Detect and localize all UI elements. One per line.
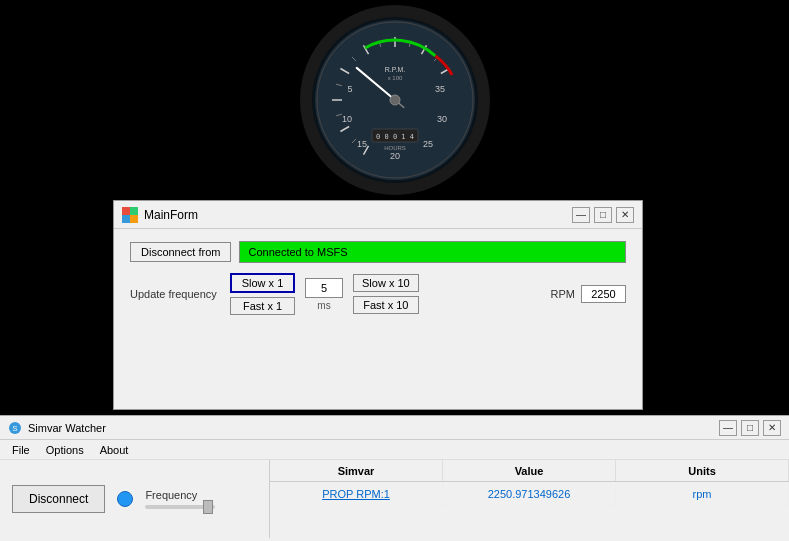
simvar-content: Disconnect Frequency Simvar Value Units …: [0, 460, 789, 538]
svg-point-31: [390, 95, 400, 105]
simvar-window: S Simvar Watcher — □ ✕ File Options Abou…: [0, 415, 789, 541]
fast-x1-button[interactable]: Fast x 1: [230, 297, 295, 315]
svg-text:20: 20: [389, 151, 399, 161]
frequency-section: Frequency: [145, 489, 215, 509]
menu-options[interactable]: Options: [38, 443, 92, 457]
update-frequency-row: Update frequency Slow x 1 Fast x 1 ms Sl…: [130, 273, 626, 315]
frequency-indicator: [117, 491, 133, 507]
simvar-window-controls: — □ ✕: [719, 420, 781, 436]
td-simvar[interactable]: PROP RPM:1: [270, 482, 443, 505]
ms-input[interactable]: [305, 278, 343, 298]
th-simvar: Simvar: [270, 460, 443, 481]
simvar-titlebar: S Simvar Watcher — □ ✕: [0, 416, 789, 440]
mainform-icon: [122, 207, 138, 223]
slow-x10-button[interactable]: Slow x 10: [353, 274, 419, 292]
td-value: 2250.971349626: [443, 482, 616, 505]
th-value: Value: [443, 460, 616, 481]
window-controls: — □ ✕: [572, 207, 634, 223]
svg-text:25: 25: [422, 139, 432, 149]
td-units: rpm: [616, 482, 789, 505]
minimize-button[interactable]: —: [572, 207, 590, 223]
simvar-icon: S: [8, 421, 22, 435]
menu-file[interactable]: File: [4, 443, 38, 457]
svg-rect-33: [130, 207, 138, 215]
slow-x1-button[interactable]: Slow x 1: [230, 273, 295, 293]
svg-rect-32: [122, 207, 130, 215]
mainform-titlebar: MainForm — □ ✕: [114, 201, 642, 229]
simvar-table-panel: Simvar Value Units PROP RPM:1 2250.97134…: [270, 460, 789, 538]
frequency-slider-thumb[interactable]: [203, 500, 213, 514]
rpm-display: 2250: [581, 285, 626, 303]
svg-text:10: 10: [341, 114, 351, 124]
gauge-area: 5 10 15 20 25 30 35 R.P.M. x 100 0 0 0 1…: [0, 0, 789, 200]
svg-text:x 100: x 100: [387, 75, 402, 81]
rpm-section: RPM 2250: [551, 285, 626, 303]
svg-text:0 0 0 1 4: 0 0 0 1 4: [376, 133, 414, 141]
ms-box: ms: [305, 278, 343, 311]
frequency-slider[interactable]: [145, 505, 215, 509]
simvar-disconnect-button[interactable]: Disconnect: [12, 485, 105, 513]
mainform-window: MainForm — □ ✕ Disconnect from Connected…: [113, 200, 643, 410]
ms-label: ms: [317, 300, 330, 311]
svg-text:5: 5: [347, 84, 352, 94]
rpm-label: RPM: [551, 288, 575, 300]
svg-rect-34: [122, 215, 130, 223]
simvar-close-button[interactable]: ✕: [763, 420, 781, 436]
svg-text:15: 15: [356, 139, 366, 149]
table-row: PROP RPM:1 2250.971349626 rpm: [270, 482, 789, 506]
fast-x10-button[interactable]: Fast x 10: [353, 296, 419, 314]
slow-fast-buttons-left: Slow x 1 Fast x 1: [230, 273, 295, 315]
close-button[interactable]: ✕: [616, 207, 634, 223]
svg-rect-35: [130, 215, 138, 223]
title-left: MainForm: [122, 207, 198, 223]
svg-text:35: 35: [434, 84, 444, 94]
svg-text:HOURS: HOURS: [384, 145, 406, 151]
maximize-button[interactable]: □: [594, 207, 612, 223]
rpm-gauge: 5 10 15 20 25 30 35 R.P.M. x 100 0 0 0 1…: [300, 5, 490, 195]
mainform-body: Disconnect from Connected to MSFS Update…: [114, 229, 642, 327]
slow-fast-buttons-right: Slow x 10 Fast x 10: [353, 274, 419, 314]
simvar-left-panel: Disconnect Frequency: [0, 460, 270, 538]
simvar-menu-bar: File Options About: [0, 440, 789, 460]
menu-about[interactable]: About: [92, 443, 137, 457]
svg-text:S: S: [12, 424, 17, 433]
mainform-title: MainForm: [144, 208, 198, 222]
connection-status: Connected to MSFS: [239, 241, 626, 263]
table-header: Simvar Value Units: [270, 460, 789, 482]
frequency-dot: [117, 491, 133, 507]
simvar-title-text: Simvar Watcher: [28, 422, 106, 434]
simvar-minimize-button[interactable]: —: [719, 420, 737, 436]
th-units: Units: [616, 460, 789, 481]
connection-row: Disconnect from Connected to MSFS: [130, 241, 626, 263]
update-frequency-label: Update frequency: [130, 288, 220, 300]
gauge-svg: 5 10 15 20 25 30 35 R.P.M. x 100 0 0 0 1…: [312, 17, 478, 183]
svg-text:30: 30: [436, 114, 446, 124]
simvar-title-left: S Simvar Watcher: [8, 421, 106, 435]
simvar-maximize-button[interactable]: □: [741, 420, 759, 436]
disconnect-from-button[interactable]: Disconnect from: [130, 242, 231, 262]
svg-text:R.P.M.: R.P.M.: [384, 66, 405, 73]
